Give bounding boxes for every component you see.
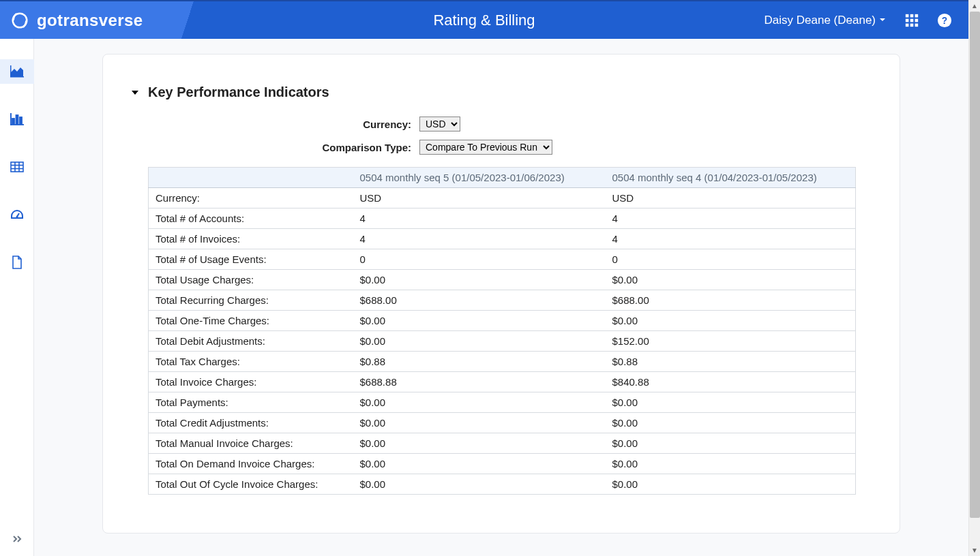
apps-grid-icon[interactable] [904, 13, 919, 28]
row-value-b: 4 [606, 229, 856, 249]
scroll-thumb[interactable] [970, 12, 980, 518]
svg-rect-18 [20, 117, 22, 124]
row-value-b: $0.00 [606, 270, 856, 290]
currency-select[interactable]: USD [419, 117, 460, 132]
col-header-b: 0504 monthly seq 4 (01/04/2023-01/05/202… [606, 168, 856, 188]
svg-rect-16 [12, 119, 14, 124]
row-value-a: $0.00 [353, 311, 606, 331]
row-value-b: $152.00 [606, 331, 856, 352]
svg-rect-5 [910, 18, 914, 22]
row-value-b: $840.88 [606, 372, 856, 392]
brand-text: gotransverse [37, 11, 143, 30]
row-value-b: 4 [606, 208, 856, 229]
svg-text:?: ? [942, 15, 947, 25]
row-value-a: $688.00 [353, 290, 606, 311]
svg-rect-4 [906, 18, 909, 22]
row-value-a: $0.00 [353, 270, 606, 290]
table-row: Total # of Usage Events:00 [149, 249, 856, 270]
row-value-b: $0.00 [606, 413, 856, 433]
row-label: Total # of Invoices: [149, 229, 353, 249]
user-name: Daisy Deane (Deane) [764, 14, 876, 27]
svg-rect-6 [915, 18, 919, 22]
svg-rect-17 [16, 115, 18, 124]
svg-rect-9 [915, 23, 919, 27]
table-row: Total Credit Adjustments:$0.00$0.00 [149, 413, 856, 433]
svg-rect-2 [910, 14, 914, 17]
row-value-a: $688.88 [353, 372, 606, 392]
row-value-b: $0.00 [606, 454, 856, 474]
scroll-track[interactable] [969, 12, 980, 544]
sidebar-expand-icon[interactable] [0, 529, 34, 549]
row-value-a: $0.00 [353, 331, 606, 352]
row-value-a: 4 [353, 229, 606, 249]
svg-rect-7 [906, 23, 909, 27]
svg-rect-1 [906, 14, 909, 17]
kpi-table: 0504 monthly seq 5 (01/05/2023-01/06/202… [148, 167, 856, 495]
row-value-a: $0.00 [353, 392, 606, 413]
table-row: Total Tax Charges:$0.88$0.88 [149, 352, 856, 372]
vertical-scrollbar[interactable]: ▲ ▼ [968, 0, 980, 556]
row-label: Total One-Time Charges: [149, 311, 353, 331]
nav-bar-chart-icon[interactable] [0, 107, 34, 132]
row-label: Total Recurring Charges: [149, 290, 353, 311]
row-value-a: 0 [353, 249, 606, 270]
help-icon[interactable]: ? [937, 13, 952, 28]
row-value-b: $0.00 [606, 433, 856, 454]
table-row: Total # of Invoices:44 [149, 229, 856, 249]
filters: Currency: USD Comparison Type: Compare T… [126, 117, 859, 155]
svg-rect-8 [910, 23, 914, 27]
row-label: Total Tax Charges: [149, 352, 353, 372]
row-label: Total Invoice Charges: [149, 372, 353, 392]
caret-down-icon [878, 14, 887, 27]
table-row: Total On Demand Invoice Charges:$0.00$0.… [149, 454, 856, 474]
section-header[interactable]: Key Performance Indicators [126, 84, 859, 100]
row-value-b: $0.00 [606, 311, 856, 331]
col-header-a: 0504 monthly seq 5 (01/05/2023-01/06/202… [353, 168, 606, 188]
row-label: Total # of Usage Events: [149, 249, 353, 270]
row-label: Total Debit Adjustments: [149, 331, 353, 352]
table-header-row: 0504 monthly seq 5 (01/05/2023-01/06/202… [149, 168, 856, 188]
row-label: Total Credit Adjustments: [149, 413, 353, 433]
row-label: Total Usage Charges: [149, 270, 353, 290]
row-value-a: USD [353, 188, 606, 208]
brand: gotransverse [0, 10, 143, 31]
nav-dashboard-icon[interactable] [0, 202, 34, 227]
table-row: Total # of Accounts:44 [149, 208, 856, 229]
main-content: Key Performance Indicators Currency: USD… [34, 39, 968, 556]
row-value-b: USD [606, 188, 856, 208]
table-row: Currency:USDUSD [149, 188, 856, 208]
user-menu[interactable]: Daisy Deane (Deane) [764, 14, 887, 27]
table-row: Total Manual Invoice Charges:$0.00$0.00 [149, 433, 856, 454]
svg-rect-13 [10, 65, 12, 77]
sidebar [0, 39, 34, 556]
currency-label: Currency: [147, 119, 419, 130]
row-label: Total Out Of Cycle Invoice Charges: [149, 474, 353, 495]
top-bar: gotransverse Rating & Billing Daisy Dean… [0, 0, 968, 39]
svg-line-25 [17, 213, 19, 217]
row-value-b: $0.00 [606, 392, 856, 413]
section-title: Key Performance Indicators [148, 84, 329, 100]
nav-area-chart-icon[interactable] [0, 59, 34, 84]
table-row: Total Debit Adjustments:$0.00$152.00 [149, 331, 856, 352]
row-label: Total On Demand Invoice Charges: [149, 454, 353, 474]
row-value-a: $0.00 [353, 454, 606, 474]
svg-rect-12 [10, 76, 24, 78]
card-kpi: Key Performance Indicators Currency: USD… [102, 54, 900, 534]
scroll-down-icon[interactable]: ▼ [969, 544, 981, 556]
brand-logo-icon [10, 10, 30, 31]
row-value-b: $0.00 [606, 474, 856, 495]
row-value-a: $0.00 [353, 413, 606, 433]
svg-rect-3 [915, 14, 919, 17]
col-header-blank [149, 168, 353, 188]
caret-down-icon [130, 88, 140, 97]
comparison-select[interactable]: Compare To Previous Run [419, 140, 552, 155]
row-value-a: 4 [353, 208, 606, 229]
row-value-b: $688.00 [606, 290, 856, 311]
scroll-up-icon[interactable]: ▲ [969, 0, 981, 12]
nav-table-icon[interactable] [0, 155, 34, 179]
row-label: Total # of Accounts: [149, 208, 353, 229]
row-value-a: $0.00 [353, 433, 606, 454]
comparison-label: Comparison Type: [147, 142, 419, 153]
nav-document-icon[interactable] [0, 250, 34, 275]
page-title: Rating & Billing [433, 12, 535, 29]
